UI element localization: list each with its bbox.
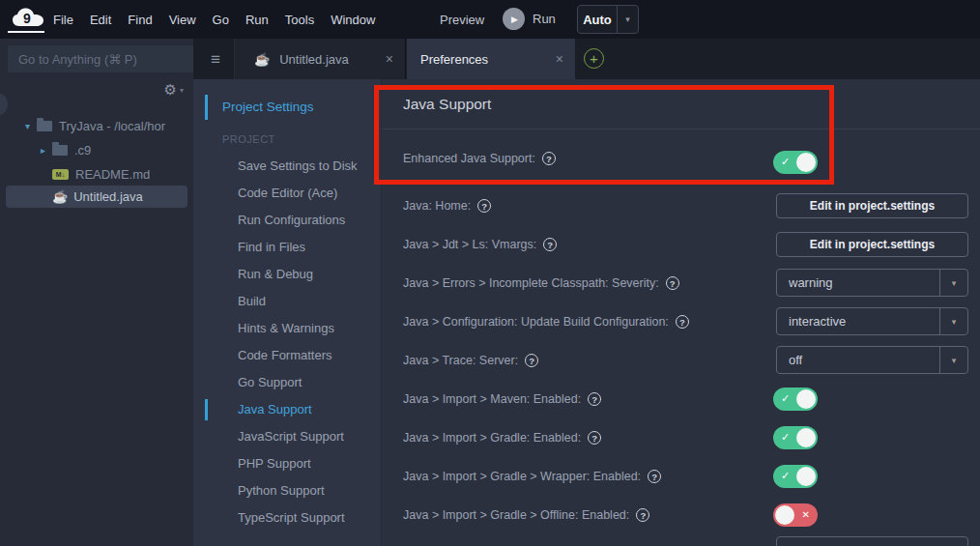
folder-icon bbox=[37, 121, 52, 131]
toggle-import-maven[interactable]: ✓ bbox=[773, 388, 818, 411]
sidebar-item-code-editor[interactable]: Code Editor (Ace) bbox=[238, 180, 375, 207]
help-icon[interactable]: ? bbox=[648, 470, 661, 483]
dropdown-value: interactive bbox=[777, 308, 939, 334]
run-mode-value: Auto bbox=[578, 6, 617, 33]
markdown-icon: M↓ bbox=[52, 169, 69, 180]
setting-label: Java > Import > Gradle > Offline: Enable… bbox=[403, 496, 649, 534]
chevron-down-icon[interactable]: ▾ bbox=[25, 121, 37, 131]
setting-label: Java > Errors > Incomplete Classpath: Se… bbox=[403, 264, 679, 302]
tree-item-label: Untitled.java bbox=[73, 189, 143, 204]
help-icon[interactable]: ? bbox=[525, 354, 538, 367]
tab-untitled-java[interactable]: ☕ Untitled.java × bbox=[235, 39, 406, 79]
toggle-gradle-offline[interactable]: ✕ bbox=[773, 503, 818, 527]
sidebar-item-javascript-support[interactable]: JavaScript Support bbox=[238, 423, 375, 450]
tree-item-label: README.md bbox=[75, 167, 150, 182]
check-icon: ✓ bbox=[781, 431, 790, 444]
cross-icon: ✕ bbox=[802, 509, 810, 520]
menu-view[interactable]: View bbox=[169, 13, 196, 27]
menu-window[interactable]: Window bbox=[331, 13, 375, 27]
tree-item-tryjava[interactable]: ▾ TryJava - /local/hor bbox=[0, 115, 193, 137]
menu-items: File Edit Find View Go Run Tools Window bbox=[53, 0, 391, 39]
help-icon[interactable]: ? bbox=[676, 315, 689, 329]
sidebar-item-find-in-files[interactable]: Find in Files bbox=[238, 234, 375, 261]
help-icon[interactable]: ? bbox=[666, 276, 679, 290]
toggle-knob bbox=[796, 428, 816, 447]
sidebar-item-save-settings[interactable]: Save Settings to Disk bbox=[238, 153, 375, 180]
sidebar-item-project-settings[interactable]: Project Settings bbox=[222, 100, 314, 114]
trace-server-dropdown[interactable]: off ▾ bbox=[776, 346, 968, 374]
setting-label: Java > Configuration: Update Build Confi… bbox=[403, 302, 689, 341]
chevron-down-icon[interactable]: ▾ bbox=[939, 270, 967, 296]
run-button[interactable]: ▶ Run bbox=[503, 8, 556, 30]
toggle-enhanced-java-support[interactable]: ✓ bbox=[773, 151, 818, 174]
help-icon[interactable]: ? bbox=[588, 431, 601, 445]
chevron-down-icon[interactable]: ▾ bbox=[939, 308, 967, 334]
menu-go[interactable]: Go bbox=[213, 13, 229, 27]
severity-dropdown[interactable]: warning ▾ bbox=[776, 269, 968, 297]
tree-item-c9[interactable]: ▸ .c9 bbox=[0, 139, 193, 161]
panel-collapse-handle[interactable] bbox=[0, 94, 8, 115]
menu-run[interactable]: Run bbox=[245, 13, 269, 27]
update-build-configuration-dropdown[interactable]: interactive ▾ bbox=[776, 307, 968, 335]
dropdown-value: off bbox=[777, 347, 939, 373]
chevron-right-icon[interactable]: ▸ bbox=[41, 145, 52, 156]
setting-row-incomplete-classpath-severity: Java > Errors > Incomplete Classpath: Se… bbox=[382, 264, 980, 302]
sidebar-item-build[interactable]: Build bbox=[238, 288, 375, 315]
close-icon[interactable]: × bbox=[556, 51, 563, 67]
sidebar-item-run-configurations[interactable]: Run Configurations bbox=[238, 207, 375, 234]
menu-edit[interactable]: Edit bbox=[90, 13, 111, 27]
toggle-gradle-wrapper[interactable]: ✓ bbox=[773, 465, 818, 488]
setting-label-text: Java > Import > Gradle > Wrapper: Enable… bbox=[403, 470, 641, 483]
tab-preferences[interactable]: Preferences × bbox=[407, 39, 575, 79]
sidebar-item-php-support[interactable]: PHP Support bbox=[238, 450, 375, 477]
setting-row-import-gradle-enabled: Java > Import > Gradle: Enabled: ? ✓ bbox=[382, 418, 980, 457]
hamburger-menu-icon[interactable]: ≡ bbox=[211, 50, 220, 70]
setting-label: Enhanced Java Support: ? bbox=[403, 139, 556, 178]
tree-item-readme[interactable]: M↓ README.md bbox=[0, 163, 193, 186]
active-indicator-bar bbox=[205, 95, 208, 120]
sidebar-item-typescript-support[interactable]: TypeScript Support bbox=[238, 504, 375, 532]
sidebar-item-code-formatters[interactable]: Code Formatters bbox=[238, 342, 375, 369]
help-icon[interactable]: ? bbox=[477, 199, 491, 213]
toggle-import-gradle[interactable]: ✓ bbox=[773, 426, 818, 449]
setting-row-trace-server: Java > Trace: Server: ? off ▾ bbox=[382, 341, 980, 380]
cloud9-logo-icon[interactable]: 9 bbox=[12, 7, 44, 28]
sidebar-item-java-support[interactable]: Java Support bbox=[238, 396, 375, 423]
setting-label: Java: Home: ? bbox=[403, 187, 491, 225]
goto-anything-input[interactable] bbox=[8, 45, 193, 72]
setting-label: Java > Import > Gradle: Enabled: ? bbox=[403, 418, 601, 457]
new-tab-button[interactable]: + bbox=[584, 48, 604, 69]
sidebar-item-run-debug[interactable]: Run & Debug bbox=[238, 261, 375, 288]
help-icon[interactable]: ? bbox=[542, 152, 556, 165]
help-icon[interactable]: ? bbox=[636, 508, 649, 522]
chevron-down-icon[interactable]: ▾ bbox=[617, 6, 638, 33]
sidebar-item-go-support[interactable]: Go Support bbox=[238, 369, 375, 396]
setting-row-jdt-ls-vmargs: Java > Jdt > Ls: Vmargs: ? Edit in proje… bbox=[382, 225, 980, 264]
setting-label: Java > Import > Maven: Enabled: ? bbox=[403, 380, 601, 418]
close-icon[interactable]: × bbox=[386, 51, 393, 67]
tree-item-label: TryJava - /local/hor bbox=[59, 119, 165, 133]
preview-button[interactable]: Preview bbox=[440, 13, 484, 27]
menu-bar: 9 File Edit Find View Go Run Tools Windo… bbox=[0, 0, 980, 39]
settings-panel: Java Support Enhanced Java Support: ? ✓ … bbox=[382, 79, 980, 546]
edit-in-project-settings-button[interactable]: Edit in project.settings bbox=[776, 193, 968, 218]
partially-visible-control[interactable] bbox=[776, 536, 968, 546]
help-icon[interactable]: ? bbox=[543, 238, 557, 251]
run-mode-dropdown[interactable]: Auto ▾ bbox=[577, 5, 639, 34]
menu-file[interactable]: File bbox=[53, 13, 73, 27]
sidebar-item-python-support[interactable]: Python Support bbox=[238, 477, 375, 504]
chevron-down-icon: ▾ bbox=[180, 86, 184, 95]
setting-row-java-home: Java: Home: ? Edit in project.settings bbox=[382, 187, 980, 225]
play-icon[interactable]: ▶ bbox=[503, 8, 525, 30]
gear-icon[interactable]: ⚙ bbox=[164, 81, 177, 99]
sidebar-item-hints-warnings[interactable]: Hints & Warnings bbox=[238, 315, 375, 342]
setting-label-text: Java > Import > Gradle: Enabled: bbox=[403, 431, 581, 445]
help-icon[interactable]: ? bbox=[588, 392, 601, 406]
tree-settings-group[interactable]: ⚙ ▾ bbox=[164, 81, 184, 99]
menu-tools[interactable]: Tools bbox=[285, 13, 314, 27]
tree-item-untitled-java[interactable]: ☕ Untitled.java bbox=[6, 186, 187, 208]
edit-in-project-settings-button[interactable]: Edit in project.settings bbox=[776, 232, 968, 257]
chevron-down-icon[interactable]: ▾ bbox=[939, 347, 967, 373]
setting-row-enhanced-java-support: Enhanced Java Support: ? ✓ bbox=[382, 129, 980, 184]
menu-find[interactable]: Find bbox=[128, 13, 152, 27]
